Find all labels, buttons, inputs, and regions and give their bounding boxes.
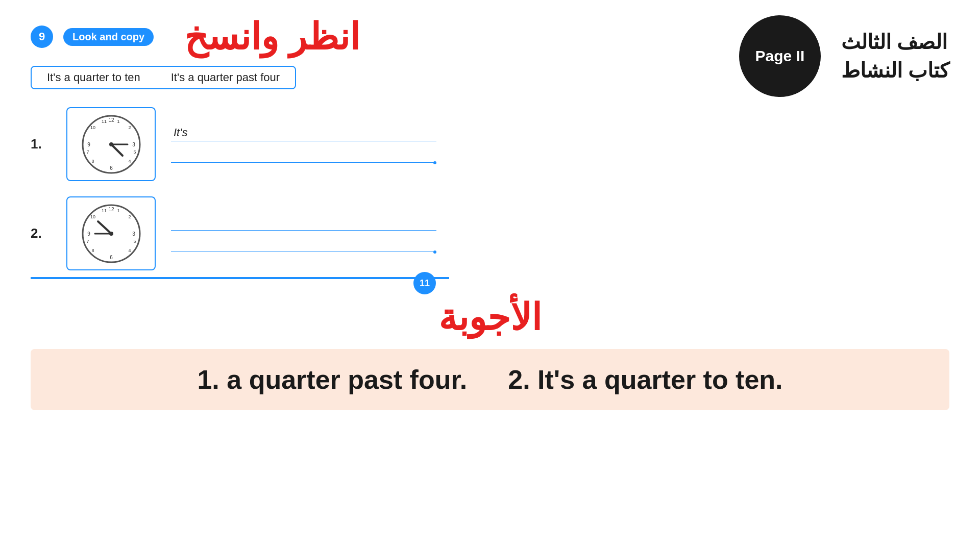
bottom-section: الأجوبة 1. a quarter past four. 2. It's … — [0, 286, 980, 420]
divider-line — [31, 277, 449, 279]
answer2: 2. It's a quarter to ten. — [508, 364, 782, 395]
svg-text:10: 10 — [90, 125, 95, 130]
answers-title: الأجوبة — [31, 296, 949, 339]
starter-text-1: It's — [174, 126, 187, 139]
svg-text:5: 5 — [133, 149, 136, 155]
exercise-number-1: 1. — [31, 136, 51, 152]
answer1: 1. a quarter past four. — [197, 364, 467, 395]
svg-text:4: 4 — [128, 159, 131, 164]
svg-text:11: 11 — [101, 208, 106, 213]
answer1-text: a quarter past four. — [227, 365, 467, 394]
svg-text:1: 1 — [117, 119, 119, 124]
divider-section: 11 — [0, 270, 980, 286]
svg-text:1: 1 — [117, 208, 119, 213]
answer1-number: 1. — [197, 365, 219, 394]
answer2-text: It's a quarter to ten. — [537, 365, 782, 394]
reference-phrase1: It's a quarter to ten — [47, 71, 140, 84]
svg-text:9: 9 — [87, 142, 90, 147]
svg-text:6: 6 — [110, 255, 113, 260]
svg-text:7: 7 — [86, 149, 89, 155]
writing-line-1a: It's — [171, 126, 436, 141]
svg-text:3: 3 — [132, 142, 135, 147]
answer2-number: 2. — [508, 365, 530, 394]
reference-phrase2: It's a quarter past four — [171, 71, 280, 84]
svg-text:2: 2 — [128, 214, 131, 219]
svg-text:3: 3 — [132, 231, 135, 237]
dot-end-2 — [433, 251, 436, 254]
top-section: 9 Look and copy انظر وانسخ It's a quarte… — [0, 0, 980, 270]
arabic-title: انظر وانسخ — [184, 15, 360, 58]
writing-lines-2 — [171, 208, 436, 259]
svg-text:12: 12 — [108, 207, 114, 212]
writing-line-2a — [171, 215, 436, 231]
arabic-labels: الصف الثالث كتاب النشاط — [841, 30, 949, 82]
svg-text:10: 10 — [90, 214, 95, 219]
exercise-row-2: 2. 12 3 6 9 2 4 8 10 1 11 5 — [31, 196, 949, 270]
page-number-badge: 11 — [413, 272, 436, 294]
arabic-label-grade: الصف الثالث — [841, 30, 947, 54]
exercise-row-1: 1. 12 3 6 9 2 4 8 10 1 11 5 — [31, 107, 949, 181]
svg-text:11: 11 — [101, 119, 106, 124]
exercise-number-badge: 9 — [31, 26, 53, 48]
reference-box: It's a quarter to ten It's a quarter pas… — [31, 66, 296, 89]
clock-box-2: 12 3 6 9 2 4 8 10 1 11 5 7 — [66, 196, 156, 270]
title-row: 9 Look and copy انظر وانسخ — [31, 15, 360, 58]
svg-text:6: 6 — [110, 165, 113, 171]
svg-text:12: 12 — [108, 117, 114, 123]
exercises-container: 1. 12 3 6 9 2 4 8 10 1 11 5 — [31, 107, 949, 270]
svg-text:9: 9 — [87, 231, 90, 237]
writing-line-2b — [171, 237, 436, 252]
svg-point-15 — [109, 142, 113, 146]
left-header: 9 Look and copy انظر وانسخ It's a quarte… — [31, 15, 360, 89]
clock-box-1: 12 3 6 9 2 4 8 10 1 11 5 7 — [66, 107, 156, 181]
arabic-label-book: كتاب النشاط — [841, 59, 949, 82]
writing-lines-1: It's — [171, 119, 436, 170]
svg-text:8: 8 — [91, 248, 94, 253]
svg-text:2: 2 — [128, 125, 131, 130]
svg-text:7: 7 — [86, 239, 89, 244]
svg-text:5: 5 — [133, 239, 136, 244]
svg-point-31 — [109, 232, 113, 236]
svg-text:4: 4 — [128, 248, 131, 253]
clock-svg-1: 12 3 6 9 2 4 8 10 1 11 5 7 — [81, 114, 142, 175]
dot-end-1 — [433, 161, 436, 164]
header-row: 9 Look and copy انظر وانسخ It's a quarte… — [31, 15, 949, 97]
look-copy-badge: Look and copy — [63, 28, 154, 46]
answers-box: 1. a quarter past four. 2. It's a quarte… — [31, 349, 949, 410]
svg-text:8: 8 — [91, 159, 94, 164]
clock-svg-2: 12 3 6 9 2 4 8 10 1 11 5 7 — [81, 203, 142, 264]
exercise-number-2: 2. — [31, 226, 51, 241]
right-header: الصف الثالث كتاب النشاط Page II — [739, 15, 949, 97]
page-circle: Page II — [739, 15, 821, 97]
writing-line-1b — [171, 147, 436, 163]
